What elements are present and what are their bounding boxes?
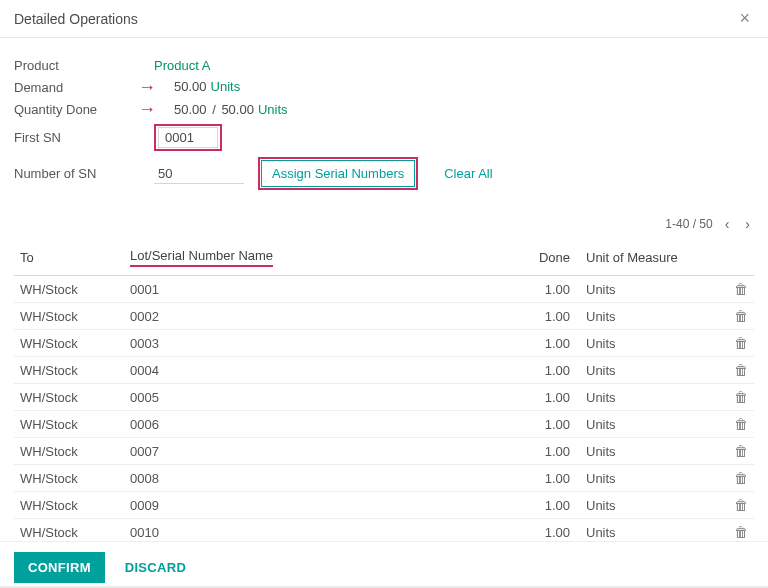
col-lot[interactable]: Lot/Serial Number Name	[124, 240, 506, 276]
cell-done: 1.00	[506, 438, 576, 465]
table-row[interactable]: WH/Stock00031.00Units🗑	[14, 330, 754, 357]
cell-to: WH/Stock	[14, 384, 124, 411]
cell-lot: 0010	[124, 519, 506, 542]
col-done[interactable]: Done	[506, 240, 576, 276]
cell-lot: 0004	[124, 357, 506, 384]
cell-lot: 0009	[124, 492, 506, 519]
product-label: Product	[14, 58, 154, 73]
cell-done: 1.00	[506, 357, 576, 384]
close-icon[interactable]: ×	[735, 8, 754, 29]
trash-icon[interactable]: 🗑	[734, 497, 748, 513]
cell-uom: Units	[576, 330, 726, 357]
demand-label: Demand	[14, 80, 154, 95]
table-row[interactable]: WH/Stock00091.00Units🗑	[14, 492, 754, 519]
table-row[interactable]: WH/Stock00101.00Units🗑	[14, 519, 754, 542]
cell-done: 1.00	[506, 330, 576, 357]
table-row[interactable]: WH/Stock00051.00Units🗑	[14, 384, 754, 411]
qty-done-unit: Units	[258, 102, 288, 117]
discard-button[interactable]: DISCARD	[119, 559, 192, 576]
cell-to: WH/Stock	[14, 492, 124, 519]
cell-lot: 0002	[124, 303, 506, 330]
modal-body: Product Product A Demand → 50.00 Units Q…	[0, 38, 768, 541]
cell-done: 1.00	[506, 411, 576, 438]
cell-uom: Units	[576, 519, 726, 542]
first-sn-input[interactable]	[158, 127, 218, 148]
assign-highlight: Assign Serial Numbers	[258, 157, 418, 190]
cell-uom: Units	[576, 411, 726, 438]
col-actions	[726, 240, 754, 276]
col-lot-label: Lot/Serial Number Name	[130, 248, 273, 267]
cell-uom: Units	[576, 438, 726, 465]
cell-to: WH/Stock	[14, 357, 124, 384]
cell-done: 1.00	[506, 303, 576, 330]
form-grid: Product Product A Demand → 50.00 Units Q…	[14, 58, 754, 190]
trash-icon[interactable]: 🗑	[734, 524, 748, 540]
pager-prev-icon[interactable]: ‹	[721, 214, 734, 234]
first-sn-highlight	[154, 124, 222, 151]
cell-lot: 0001	[124, 276, 506, 303]
table-row[interactable]: WH/Stock00081.00Units🗑	[14, 465, 754, 492]
cell-uom: Units	[576, 357, 726, 384]
cell-to: WH/Stock	[14, 438, 124, 465]
cell-lot: 0008	[124, 465, 506, 492]
table-row[interactable]: WH/Stock00071.00Units🗑	[14, 438, 754, 465]
modal-footer: CONFIRM DISCARD	[0, 541, 768, 588]
num-sn-input[interactable]	[154, 164, 244, 184]
cell-to: WH/Stock	[14, 519, 124, 542]
cell-uom: Units	[576, 303, 726, 330]
table-row[interactable]: WH/Stock00021.00Units🗑	[14, 303, 754, 330]
cell-to: WH/Stock	[14, 330, 124, 357]
pager-range: 1-40 / 50	[665, 217, 712, 231]
num-sn-label: Number of SN	[14, 166, 154, 181]
demand-unit: Units	[211, 79, 241, 94]
first-sn-label: First SN	[14, 130, 154, 145]
cell-to: WH/Stock	[14, 303, 124, 330]
trash-icon[interactable]: 🗑	[734, 470, 748, 486]
trash-icon[interactable]: 🗑	[734, 335, 748, 351]
cell-lot: 0007	[124, 438, 506, 465]
confirm-button[interactable]: CONFIRM	[14, 552, 105, 583]
cell-lot: 0005	[124, 384, 506, 411]
cell-uom: Units	[576, 384, 726, 411]
cell-uom: Units	[576, 276, 726, 303]
cell-done: 1.00	[506, 276, 576, 303]
table-row[interactable]: WH/Stock00011.00Units🗑	[14, 276, 754, 303]
modal-title: Detailed Operations	[14, 11, 138, 27]
trash-icon[interactable]: 🗑	[734, 416, 748, 432]
table-row[interactable]: WH/Stock00061.00Units🗑	[14, 411, 754, 438]
cell-done: 1.00	[506, 492, 576, 519]
modal-detailed-operations: Detailed Operations × Product Product A …	[0, 0, 768, 588]
modal-header: Detailed Operations ×	[0, 0, 768, 38]
cell-done: 1.00	[506, 519, 576, 542]
cell-uom: Units	[576, 465, 726, 492]
qty-done-total: 50.00	[221, 102, 254, 117]
trash-icon[interactable]: 🗑	[734, 389, 748, 405]
trash-icon[interactable]: 🗑	[734, 308, 748, 324]
assign-serial-numbers-button[interactable]: Assign Serial Numbers	[261, 160, 415, 187]
qty-done-value: 50.00	[174, 102, 207, 117]
trash-icon[interactable]: 🗑	[734, 281, 748, 297]
cell-lot: 0003	[124, 330, 506, 357]
col-to[interactable]: To	[14, 240, 124, 276]
product-link[interactable]: Product A	[154, 58, 210, 73]
cell-to: WH/Stock	[14, 411, 124, 438]
qty-done-slash: /	[209, 102, 220, 117]
cell-to: WH/Stock	[14, 465, 124, 492]
cell-lot: 0006	[124, 411, 506, 438]
pager-next-icon[interactable]: ›	[741, 214, 754, 234]
qty-done-label: Quantity Done	[14, 102, 154, 117]
cell-done: 1.00	[506, 384, 576, 411]
trash-icon[interactable]: 🗑	[734, 443, 748, 459]
col-uom[interactable]: Unit of Measure	[576, 240, 726, 276]
cell-done: 1.00	[506, 465, 576, 492]
cell-to: WH/Stock	[14, 276, 124, 303]
clear-all-link[interactable]: Clear All	[444, 166, 492, 181]
pager: 1-40 / 50 ‹ ›	[14, 214, 754, 234]
demand-value: 50.00	[174, 79, 207, 94]
cell-uom: Units	[576, 492, 726, 519]
trash-icon[interactable]: 🗑	[734, 362, 748, 378]
table-row[interactable]: WH/Stock00041.00Units🗑	[14, 357, 754, 384]
serial-table: To Lot/Serial Number Name Done Unit of M…	[14, 240, 754, 541]
